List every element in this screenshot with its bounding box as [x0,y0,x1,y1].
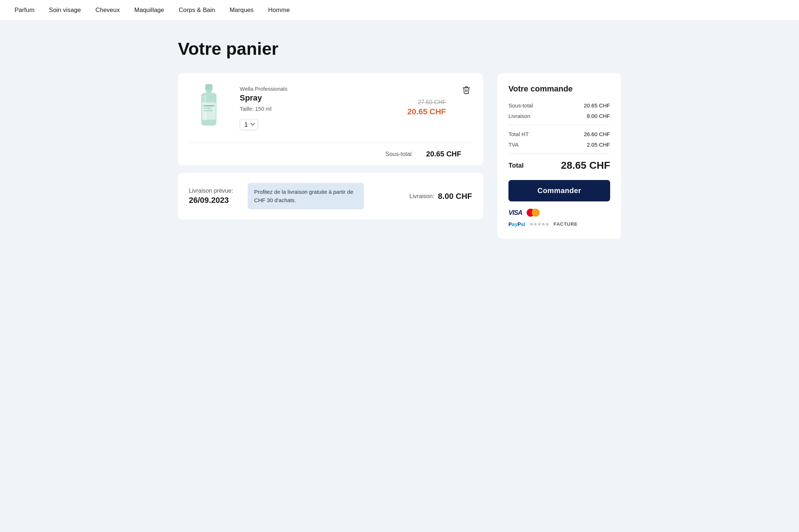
svg-rect-8 [207,84,211,85]
summary-total-row: Total 28.65 CHF [508,160,610,171]
delete-button[interactable] [461,84,472,97]
quantity-row: 1 2 3 4 5 [240,119,397,130]
delivery-date-block: Livraison prévue: 26/09.2023 [189,188,233,205]
payment-icons-row-2: PayPal ●●●●● FACTURE [508,220,610,228]
product-name: Spray [240,93,397,103]
delivery-cost-value: 8.00 CHF [438,192,472,201]
summary-line-total-ht: Total HT 26.60 CHF [508,131,610,137]
nav-item-maquillage[interactable]: Maquillage [134,7,164,14]
summary-line-tva: TVA 2.05 CHF [508,142,610,148]
delivery-cost-block: Livraison: 8.00 CHF [409,192,472,201]
nav-item-homme[interactable]: Homme [268,7,290,14]
summary-divider-1 [508,125,610,125]
product-row: Wella Professionals Spray Taille: 150 ml… [189,84,472,143]
nav-item-parfum[interactable]: Parfum [15,7,35,14]
nav-item-soin-visage[interactable]: Soin visage [49,7,81,14]
summary-tva-label: TVA [508,142,519,148]
subtotal-value: 20.65 CHF [426,150,461,158]
nav-item-corps-bain[interactable]: Corps & Bain [179,7,215,14]
navigation: Parfum Soin visage Cheveux Maquillage Co… [0,0,799,21]
paypal-icon: PayPal [508,221,525,227]
summary-total-ht-label: Total HT [508,131,529,137]
page-title: Votre panier [178,39,621,59]
order-summary-title: Votre commande [508,84,610,94]
mastercard-icon [527,209,540,217]
delivery-label: Livraison prévue: [189,188,233,194]
summary-tva-value: 2.05 CHF [587,142,610,148]
summary-sous-total-label: Sous-total [508,102,533,109]
price-original: 27.50 CHF [407,99,446,106]
summary-livraison-label: Livraison [508,113,530,119]
order-summary: Votre commande Sous-total 20.65 CHF Livr… [498,73,621,239]
svg-rect-7 [203,110,213,111]
payment-icons-row-1: VISA [508,209,610,217]
subtotal-row: Sous-total 20.65 CHF [189,143,472,165]
summary-livraison-value: 8.00 CHF [587,113,610,119]
cart-left: Wella Professionals Spray Taille: 150 ml… [178,73,483,220]
price-area: 27.50 CHF 20.65 CHF [407,99,446,116]
summary-sous-total-value: 20.65 CHF [584,102,610,109]
svg-rect-5 [203,105,214,106]
quantity-select[interactable]: 1 2 3 4 5 [240,119,258,130]
summary-divider-2 [508,154,610,154]
mc-orange-circle [532,209,540,217]
summary-total-ht-value: 26.60 CHF [584,131,610,137]
product-card: Wella Professionals Spray Taille: 150 ml… [178,73,483,165]
facture-label: FACTURE [553,221,577,227]
product-info: Wella Professionals Spray Taille: 150 ml… [240,86,397,130]
product-size: Taille: 150 ml [240,106,397,112]
product-brand: Wella Professionals [240,86,397,92]
svg-rect-6 [203,108,211,109]
promo-banner: Profitez de la livraison gratuite à part… [248,183,364,209]
subtotal-label: Sous-total [385,151,411,157]
cart-layout: Wella Professionals Spray Taille: 150 ml… [178,73,621,239]
summary-total-label: Total [508,162,524,169]
trash-icon [462,86,471,94]
delivery-date: 26/09.2023 [189,196,233,205]
checkout-button[interactable]: Commander [508,180,610,201]
summary-total-value: 28.65 CHF [561,160,610,171]
delivery-section: Livraison prévue: 26/09.2023 Profitez de… [178,173,483,220]
nav-item-cheveux[interactable]: Cheveux [96,7,120,14]
nav-item-marques[interactable]: Marques [230,7,254,14]
product-image [189,84,229,131]
payment-dots: ●●●●● [530,220,549,228]
main-content: Votre panier [163,21,636,261]
summary-line-livraison: Livraison 8.00 CHF [508,113,610,119]
price-discounted: 20.65 CHF [407,107,446,116]
delivery-cost-label: Livraison: [409,193,434,200]
summary-line-sous-total: Sous-total 20.65 CHF [508,102,610,109]
visa-icon: VISA [508,209,522,217]
